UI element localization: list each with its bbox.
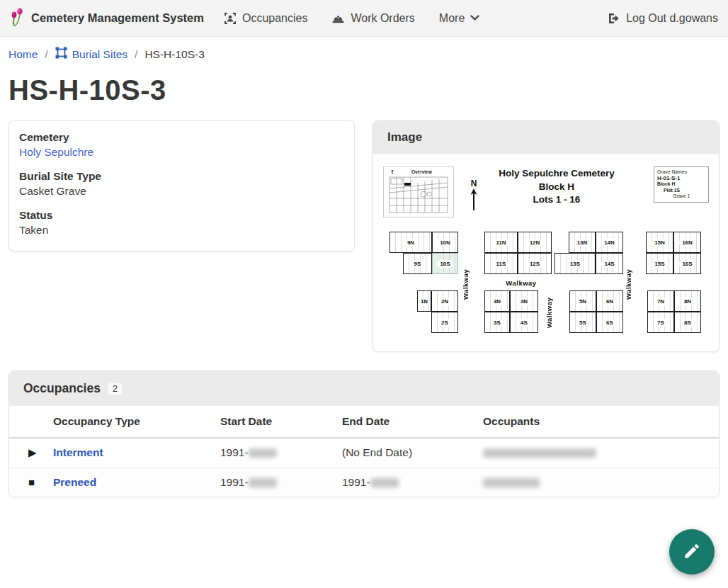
map-lot-label: 14S — [601, 260, 617, 268]
map-lot-9s[interactable]: 9S — [403, 253, 432, 274]
map-walkway-label: Walkway — [543, 290, 554, 335]
logout-icon — [608, 12, 620, 25]
map-lot-13n[interactable]: 13N — [569, 232, 596, 253]
end-date-cell: 1991- — [342, 476, 483, 489]
map-lot-label: 5S — [576, 319, 589, 327]
occupancies-table-header: Occupancy Type Start Date End Date Occup… — [9, 406, 719, 439]
map-lot-9n[interactable]: 9N — [389, 232, 432, 253]
map-lot-14s[interactable]: 14S — [596, 253, 623, 274]
detail-field-value-link[interactable]: Holy Sepulchre — [19, 146, 344, 159]
map-lot-16s[interactable]: 16S — [673, 253, 701, 274]
grave-name-plot: Plot 1S — [657, 188, 705, 194]
map-lot-10s[interactable]: 10S — [432, 253, 458, 274]
occupancy-row: ■Preneed1991-1991- — [9, 468, 719, 497]
occupancies-rows: ▶Interment1991-(No End Date)■Preneed1991… — [9, 439, 719, 497]
pencil-icon — [683, 542, 701, 562]
start-date-cell: 1991- — [220, 446, 342, 459]
map-lot-5s[interactable]: 5S — [569, 312, 596, 333]
map-lot-7n[interactable]: 7N — [647, 290, 674, 312]
map-lot-3s[interactable]: 3S — [484, 312, 510, 333]
map-lot-label: 7S — [654, 319, 667, 327]
page-title: HS-H-10S-3 — [0, 69, 728, 120]
col-end-date: End Date — [342, 415, 483, 428]
end-date-cell: (No End Date) — [342, 446, 483, 459]
map-lot-12n[interactable]: 12N — [518, 232, 552, 253]
nav-work-orders[interactable]: Work Orders — [331, 12, 414, 25]
redacted-value — [483, 448, 596, 458]
map-lot-label: 13S — [567, 260, 583, 268]
occupancies-table: Occupancy Type Start Date End Date Occup… — [9, 406, 719, 497]
map-lot-label: 8N — [681, 298, 694, 305]
map-lot-3n[interactable]: 3N — [484, 290, 510, 312]
map-lot-label: 6S — [603, 319, 616, 327]
redacted-value — [483, 478, 540, 487]
map-lot-6s[interactable]: 6S — [596, 312, 623, 333]
map-lot-label: 15S — [652, 260, 667, 268]
map-lot-2s[interactable]: 2S — [431, 312, 458, 333]
grave-name-grave: Grave 1 — [657, 193, 705, 200]
breadcrumb-separator: / — [135, 48, 137, 61]
detail-field: Burial Site TypeCasket Grave — [19, 170, 344, 198]
breadcrumb-burial-sites-link[interactable]: Burial Sites — [55, 47, 127, 62]
map-lot-2n[interactable]: 2N — [431, 290, 458, 312]
map-lot-8n[interactable]: 8N — [674, 290, 701, 312]
map-lot-label: 10S — [437, 260, 453, 268]
details-card: CemeteryHoly SepulchreBurial Site TypeCa… — [8, 120, 355, 251]
map-lot-6n[interactable]: 6N — [596, 290, 623, 312]
map-lot-15n[interactable]: 15N — [646, 232, 673, 253]
nav-occupancies[interactable]: Occupancies — [224, 12, 308, 25]
occupancies-header: Occupancies 2 — [9, 371, 719, 406]
map-lot-label: 12S — [527, 260, 542, 268]
map-lot-label: 1N — [418, 298, 431, 305]
occupancy-type-link[interactable]: Preneed — [53, 476, 96, 488]
nav-more[interactable]: More — [439, 12, 479, 25]
image-card: Image Overview — [372, 120, 720, 352]
detail-field-value: Taken — [19, 224, 344, 237]
occupancy-type-link[interactable]: Interment — [53, 446, 103, 458]
logout-button[interactable]: Log Out d.gowans — [608, 12, 718, 25]
detail-field-label: Cemetery — [19, 131, 344, 144]
breadcrumb-separator: / — [45, 48, 47, 61]
map-lot-label: 16N — [679, 239, 695, 247]
breadcrumb: Home / Burial Sites / HS-H-10S-3 — [0, 37, 728, 69]
map-lot-8s[interactable]: 8S — [674, 312, 701, 333]
occupancy-portrait-icon — [224, 12, 237, 25]
map-lot-label: 15N — [652, 239, 668, 247]
col-occupants: Occupants — [483, 415, 719, 428]
map-lot-14n[interactable]: 14N — [596, 232, 623, 253]
map-lot-label: 9S — [411, 260, 424, 268]
nav-work-orders-label: Work Orders — [351, 12, 414, 25]
edit-fab-button[interactable] — [669, 529, 715, 575]
app-brand[interactable]: Cemetery Management System — [10, 7, 204, 30]
map-lot-7s[interactable]: 7S — [647, 312, 674, 333]
map-lot-11n[interactable]: 11N — [484, 232, 518, 253]
occupancies-card: Occupancies 2 Occupancy Type Start Date … — [8, 371, 720, 497]
map-lot-1n[interactable]: 1N — [417, 290, 431, 312]
chevron-down-icon — [470, 15, 479, 21]
map-lot-5n[interactable]: 5N — [569, 290, 596, 312]
map-title-block: Holy Sepulchre Cemetery Block H Lots 1 -… — [479, 167, 635, 207]
occupancy-type-cell: Interment — [53, 446, 220, 459]
redacted-value — [370, 478, 399, 487]
map-lot-15s[interactable]: 15S — [646, 253, 673, 274]
map-title-line2: Block H — [479, 181, 635, 194]
map-lot-label: 16S — [679, 260, 695, 268]
map-lot-label: 9N — [404, 239, 417, 247]
map-lot-16n[interactable]: 16N — [673, 232, 701, 253]
redacted-value — [249, 448, 277, 458]
map-lot-12s[interactable]: 12S — [518, 253, 552, 274]
map-lot-13s[interactable]: 13S — [554, 253, 596, 274]
map-lot-4n[interactable]: 4N — [510, 290, 538, 312]
map-lot-10n[interactable]: 10N — [432, 232, 458, 253]
cemetery-block-map[interactable]: Overview — [383, 163, 710, 340]
top-navbar: Cemetery Management System Occupancies — [0, 0, 728, 37]
map-lot-label: 5N — [576, 298, 589, 305]
map-lot-11s[interactable]: 11S — [484, 253, 518, 274]
breadcrumb-home-link[interactable]: Home — [8, 48, 38, 61]
map-lot-4s[interactable]: 4S — [510, 312, 538, 333]
occupancy-row: ▶Interment1991-(No End Date) — [9, 439, 719, 468]
map-lot-label: 4N — [518, 298, 530, 305]
map-walkway-label: Walkway — [460, 232, 471, 337]
image-card-header: Image — [373, 121, 719, 154]
logout-label: Log Out d.gowans — [626, 12, 718, 25]
